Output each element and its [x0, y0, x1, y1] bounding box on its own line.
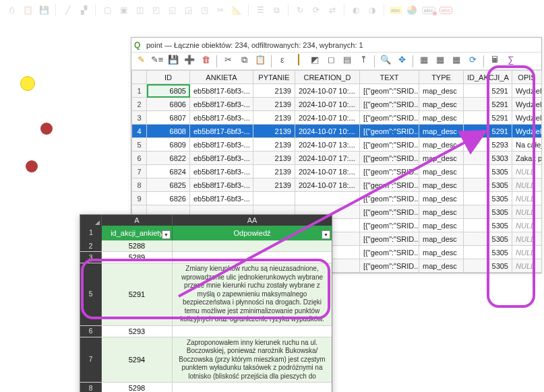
table-cell[interactable]: NULL [512, 259, 542, 273]
table-cell[interactable]: 8 [132, 178, 147, 192]
cut-icon[interactable]: ✂ [221, 55, 235, 68]
table-cell[interactable]: 2139 [253, 165, 295, 178]
cell[interactable] [173, 252, 332, 263]
filter-selected-icon[interactable]: ▤ [340, 55, 354, 68]
expression-select-icon[interactable]: ε [276, 55, 289, 68]
table-cell[interactable]: 5291 [464, 98, 512, 111]
spreadsheet-row[interactable]: 35289 [80, 252, 332, 263]
col-letter-aa[interactable]: AA [173, 215, 332, 226]
table-row[interactable]: 36807eb5b8f17-6bf3-...21392024-10-07 10:… [132, 111, 542, 125]
table-cell[interactable]: Wydzielone n [512, 111, 542, 125]
paste-icon[interactable]: 📋 [253, 55, 267, 68]
map-point-red[interactable] [26, 160, 38, 172]
toggle-editing-icon[interactable]: ✎ [134, 55, 148, 68]
spreadsheet-row[interactable]: 25288 [80, 240, 332, 252]
table-row[interactable]: 56809eb5b8f17-6bf3-...21392024-10-07 13:… [132, 138, 542, 152]
col-id-akcji[interactable]: ID_AKCJI_A [464, 71, 512, 84]
table-cell[interactable]: [{"geom":"SRID... [360, 219, 419, 232]
polyline-icon[interactable]: ╱ [61, 4, 73, 16]
table-cell[interactable]: 6826 [147, 192, 190, 205]
table-cell[interactable]: 7 [132, 165, 147, 178]
conditional-format-icon[interactable]: ▦ [450, 55, 463, 68]
col-type[interactable]: TYPE [419, 71, 464, 84]
table-row[interactable]: 96826eb5b8f17-6bf3-...[{"geom":"SRID...m… [132, 192, 542, 205]
col-creation[interactable]: CREATION_D [295, 71, 360, 84]
table-cell[interactable]: 5 [132, 138, 147, 152]
table-cell[interactable]: map_desc [419, 219, 464, 232]
cell[interactable]: 5289 [102, 252, 173, 263]
table-cell[interactable]: 5305 [464, 232, 512, 246]
table-cell[interactable]: 9 [132, 192, 147, 205]
row-number[interactable]: 7 [80, 337, 102, 383]
table-cell[interactable]: 6824 [147, 165, 190, 178]
table-cell[interactable]: eb5b8f17-6bf3-... [190, 152, 253, 165]
table-cell[interactable]: eb5b8f17-6bf3-... [190, 111, 253, 125]
cell[interactable]: 5298 [102, 383, 173, 392]
table-cell[interactable]: [{"geom":"SRID... [360, 165, 419, 178]
table-cell[interactable]: 2024-10-07 10:... [295, 111, 360, 125]
table-cell[interactable]: 2139 [253, 111, 295, 125]
refresh-icon[interactable]: ⟳ [466, 55, 479, 68]
table-cell[interactable]: 2024-10-07 18:... [295, 178, 360, 192]
table-cell[interactable]: 2024-10-07 18:... [295, 165, 360, 178]
table-cell[interactable]: eb5b8f17-6bf3-... [190, 98, 253, 111]
table-cell[interactable]: map_desc [419, 259, 464, 273]
window-titlebar[interactable]: point — Łącznie obiektów: 234, odfiltrow… [131, 38, 541, 53]
cell[interactable]: 5293 [102, 326, 173, 337]
table-cell[interactable]: 2139 [253, 84, 295, 98]
table-cell[interactable]: 5305 [464, 165, 512, 178]
table-cell[interactable]: NULL [512, 232, 542, 246]
header-id-akcji[interactable]: id_akcji_ankiety ▼ [102, 226, 173, 240]
table-cell[interactable]: [{"geom":"SRID... [360, 125, 419, 138]
table-cell[interactable]: map_desc [419, 192, 464, 205]
table-cell[interactable]: map_desc [419, 98, 464, 111]
table-cell[interactable]: map_desc [419, 152, 464, 165]
tool-icon[interactable]: ◲ [182, 4, 194, 16]
multi-edit-icon[interactable]: ✎≡ [150, 55, 164, 68]
table-cell[interactable]: map_desc [419, 111, 464, 125]
col-pytanie[interactable]: PYTANIE [253, 71, 295, 84]
col-id[interactable]: ID [147, 71, 190, 84]
table-cell[interactable]: 2139 [253, 138, 295, 152]
filter-dropdown-icon[interactable]: ▼ [162, 230, 171, 239]
cell[interactable]: 5288 [102, 240, 173, 251]
table-cell[interactable]: NULL [512, 192, 542, 205]
table-cell[interactable]: 2024-10-07 13:... [295, 138, 360, 152]
col-opis[interactable]: OPIS [512, 71, 542, 84]
table-cell[interactable]: 6806 [147, 98, 190, 111]
table-cell[interactable]: eb5b8f17-6bf3-... [190, 138, 253, 152]
table-cell[interactable]: map_desc [419, 84, 464, 98]
row-number[interactable]: 6 [80, 326, 102, 337]
table-cell[interactable]: map_desc [419, 232, 464, 246]
table-cell[interactable]: [{"geom":"SRID... [360, 246, 419, 259]
cell[interactable]: 5291 [102, 263, 173, 325]
table-cell[interactable]: 2024-10-07 10:... [295, 125, 360, 138]
tool-icon[interactable]: ◑ [366, 4, 378, 16]
layers-icon[interactable]: ☰ [254, 4, 266, 16]
row-number[interactable]: 3 [80, 252, 102, 263]
table-cell[interactable]: 5291 [464, 84, 512, 98]
map-point-red[interactable] [40, 123, 53, 135]
zoom-selected-icon[interactable]: 🔍 [379, 55, 392, 68]
add-feature-icon[interactable]: ➕ [183, 55, 196, 68]
table-cell[interactable]: map_desc [419, 205, 464, 219]
table-cell[interactable]: map_desc [419, 165, 464, 178]
table-cell[interactable]: map_desc [419, 138, 464, 152]
table-cell[interactable] [295, 192, 360, 205]
row-number[interactable]: 5 [80, 263, 102, 325]
row-number[interactable]: 2 [80, 240, 102, 251]
table-cell[interactable]: [{"geom":"SRID... [360, 152, 419, 165]
palette-icon[interactable] [406, 4, 418, 16]
table-cell[interactable]: 3 [132, 111, 147, 125]
table-cell[interactable]: 5291 [464, 125, 512, 138]
table-cell[interactable]: eb5b8f17-6bf3-... [190, 125, 253, 138]
move-top-icon[interactable]: ⤒ [357, 55, 370, 68]
table-cell[interactable]: [{"geom":"SRID... [360, 138, 419, 152]
table-cell[interactable]: 5305 [464, 219, 512, 232]
table-cell[interactable]: 6805 [147, 84, 190, 98]
table-cell[interactable]: 6808 [147, 125, 190, 138]
table-cell[interactable]: 5305 [464, 246, 512, 259]
table-cell[interactable]: 2024-10-07 10:... [295, 84, 360, 98]
table-cell[interactable]: Wydzielone n [512, 125, 542, 138]
table-cell[interactable]: 2024-10-07 10:... [295, 98, 360, 111]
